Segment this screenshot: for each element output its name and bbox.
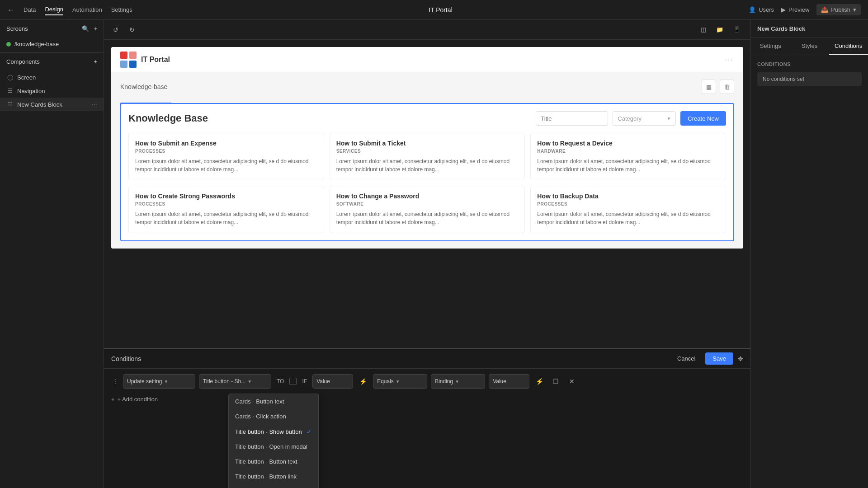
nav-data[interactable]: Data xyxy=(24,5,36,15)
preview-button[interactable]: ▶ Preview xyxy=(781,6,809,13)
conditions-panel-title: Conditions xyxy=(111,355,141,362)
add-component-icon[interactable]: + xyxy=(94,58,97,65)
tab-styles[interactable]: Styles xyxy=(790,38,829,55)
conditions-body: ⋮ Update setting ▼ Title button - Sh... … xyxy=(104,369,750,488)
screens-header: Screens 🔍 + xyxy=(0,20,104,38)
expand-icon[interactable]: ✥ xyxy=(738,355,743,362)
component-cards-label: New Cards Block xyxy=(17,101,62,108)
card-item[interactable]: How to Change a Password SOFTWARE Lorem … xyxy=(330,186,525,233)
nav-design[interactable]: Design xyxy=(45,4,63,15)
logo-svg xyxy=(120,52,137,68)
tab-settings[interactable]: Settings xyxy=(751,38,790,55)
card-description: Lorem ipsum dolor sit amet, consectetur … xyxy=(135,157,317,174)
cards-header: Knowledge Base Category ▼ Create New xyxy=(128,111,726,126)
right-sidebar-header: New Cards Block xyxy=(751,20,868,38)
dropdown-item[interactable]: Title button - Show button✓ xyxy=(229,424,318,439)
close-icon[interactable]: ✕ xyxy=(566,375,578,388)
cards-block: Knowledge Base Category ▼ Create New xyxy=(120,103,734,241)
card-item[interactable]: How to Submit an Expense PROCESSES Lorem… xyxy=(128,133,324,180)
chevron-down-icon: ▼ xyxy=(164,379,168,384)
cancel-button[interactable]: Cancel xyxy=(672,352,701,365)
back-button[interactable]: ← xyxy=(7,6,14,14)
cards-block-wrapper: ☷ New Cards Block Knowledge Base xyxy=(120,103,734,241)
component-cards-block[interactable]: ☷ New Cards Block ⋯ xyxy=(0,98,104,111)
component-screen-label: Screen xyxy=(17,74,36,81)
dropdown-item[interactable]: Advanced - ID column xyxy=(229,484,318,488)
lightning-left-button[interactable]: ⚡ xyxy=(357,375,369,388)
publish-button[interactable]: 📤 Publish ▾ xyxy=(816,4,861,15)
add-condition-button[interactable]: + + Add condition xyxy=(111,393,743,405)
app-title: IT Portal xyxy=(142,6,740,14)
dropdown-item[interactable]: Cards - Click action xyxy=(229,409,318,424)
cards-component-icon: ☷ xyxy=(6,101,14,108)
delete-button[interactable]: 🗑 xyxy=(720,80,734,94)
add-screen-icon[interactable]: + xyxy=(94,25,97,32)
chevron-down-icon: ▼ xyxy=(247,379,252,384)
cards-title: Knowledge Base xyxy=(128,113,208,124)
redo-button[interactable]: ↻ xyxy=(127,24,137,35)
duplicate-button[interactable]: ▦ xyxy=(702,80,716,94)
value-right-input: Value xyxy=(489,374,529,389)
cards-grid: How to Submit an Expense PROCESSES Lorem… xyxy=(128,133,726,233)
mobile-view-button[interactable]: 📱 xyxy=(730,24,744,35)
lightning-right-button[interactable]: ⚡ xyxy=(533,375,546,388)
nav-component-icon: ☰ xyxy=(6,87,14,94)
drag-handle-icon[interactable]: ⋮ xyxy=(111,377,119,386)
screen-item-knowledge-base[interactable]: /knowledge-base xyxy=(0,38,104,51)
tablet-view-button[interactable]: 📁 xyxy=(712,24,727,35)
screens-header-icons: 🔍 + xyxy=(82,25,97,32)
create-new-button[interactable]: Create New xyxy=(680,111,726,126)
desktop-view-button[interactable]: ◫ xyxy=(697,24,710,35)
chevron-down-icon: ▾ xyxy=(853,6,856,13)
dropdown-item[interactable]: Title button - Open in modal xyxy=(229,439,318,454)
canvas-scroll[interactable]: IT Portal ⋯ Knowledge-base ▦ xyxy=(104,40,750,348)
operator-select[interactable]: Equals ▼ xyxy=(373,374,427,389)
left-sidebar: Screens 🔍 + /knowledge-base Components +… xyxy=(0,20,104,488)
component-options-icon[interactable]: ⋯ xyxy=(91,101,97,108)
undo-button[interactable]: ↺ xyxy=(110,24,121,35)
top-navigation: ← Data Design Automation Settings IT Por… xyxy=(0,0,868,20)
card-title: How to Create Strong Passwords xyxy=(135,192,317,200)
dropdown-item[interactable]: Title button - Button text xyxy=(229,454,318,469)
binding-select[interactable]: Binding ▼ xyxy=(431,374,485,389)
app-menu-icon[interactable]: ⋯ xyxy=(725,55,734,65)
components-label: Components xyxy=(6,58,40,65)
chevron-down-icon: ▼ xyxy=(396,379,400,384)
search-icon[interactable]: 🔍 xyxy=(82,25,89,32)
nav-settings[interactable]: Settings xyxy=(111,5,132,15)
right-sidebar: New Cards Block Settings Styles Conditio… xyxy=(750,20,868,488)
plus-icon: + xyxy=(111,396,115,403)
dropdown-item[interactable]: Title button - Button link xyxy=(229,469,318,484)
search-input[interactable] xyxy=(536,111,608,126)
card-item[interactable]: How to Backup Data PROCESSES Lorem ipsum… xyxy=(530,186,726,233)
tab-conditions[interactable]: Conditions xyxy=(829,38,868,55)
save-button[interactable]: Save xyxy=(705,352,733,365)
nav-left: ← Data Design Automation Settings xyxy=(7,4,132,15)
dropdown-item-label: Title button - Show button xyxy=(235,428,302,435)
users-button[interactable]: 👤 Users xyxy=(749,6,774,13)
card-item[interactable]: How to Create Strong Passwords PROCESSES… xyxy=(128,186,324,233)
copy-icon[interactable]: ❐ xyxy=(549,375,562,388)
card-category: PROCESSES xyxy=(135,149,317,154)
component-nav-label: Navigation xyxy=(17,88,45,94)
trash-icon: 🗑 xyxy=(724,84,730,90)
screens-label: Screens xyxy=(6,25,28,32)
right-sidebar-body: CONDITIONS No conditions set xyxy=(751,55,868,92)
page-breadcrumb: Knowledge-base xyxy=(120,83,167,90)
cards-controls: Category ▼ Create New xyxy=(536,111,726,126)
card-title: How to Submit a Ticket xyxy=(336,140,519,147)
field-select[interactable]: Title button - Sh... ▼ xyxy=(199,374,271,389)
category-dropdown[interactable]: Category ▼ xyxy=(613,111,676,126)
card-item[interactable]: How to Submit a Ticket SERVICES Lorem ip… xyxy=(330,133,525,180)
page-header: Knowledge-base ▦ 🗑 xyxy=(120,80,734,94)
dropdown-item-label: Title button - Button link xyxy=(235,473,297,480)
card-title: How to Submit an Expense xyxy=(135,140,317,147)
nav-automation[interactable]: Automation xyxy=(72,5,102,15)
value-checkbox[interactable] xyxy=(289,378,297,385)
dropdown-item[interactable]: Cards - Button text xyxy=(229,394,318,409)
component-screen[interactable]: ◯ Screen xyxy=(0,70,104,84)
card-item[interactable]: How to Request a Device HARDWARE Lorem i… xyxy=(530,133,726,180)
chevron-down-icon: ▼ xyxy=(455,379,459,384)
component-navigation[interactable]: ☰ Navigation xyxy=(0,84,104,98)
action-select[interactable]: Update setting ▼ xyxy=(123,374,195,389)
